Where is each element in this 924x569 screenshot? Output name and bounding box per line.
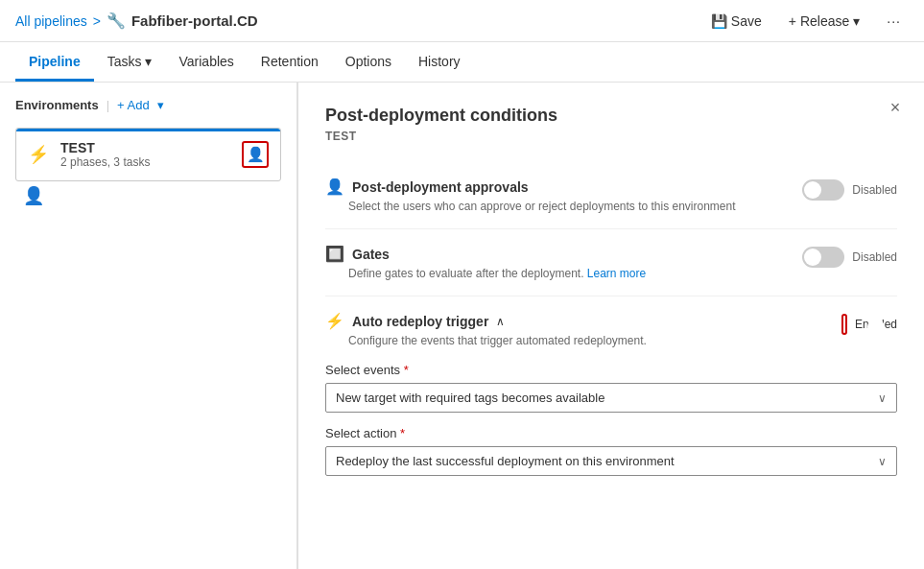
post-deployment-conditions-button[interactable]: 👤: [242, 141, 269, 168]
right-panel: × Post-deployment conditions TEST 👤 Post…: [297, 83, 924, 569]
events-required-asterisk: *: [404, 363, 409, 377]
redeploy-top-row: ⚡ Auto redeploy trigger ∧ Configure the …: [325, 312, 897, 347]
gates-header: 🔲 Gates: [325, 245, 802, 263]
tab-retention[interactable]: Retention: [248, 44, 332, 82]
select-action-dropdown[interactable]: Redeploy the last successful deployment …: [325, 446, 897, 476]
env-info: TEST 2 phases, 3 tasks: [60, 140, 230, 169]
nav-tabs: Pipeline Tasks ▾ Variables Retention Opt…: [0, 42, 924, 83]
tab-variables[interactable]: Variables: [165, 44, 247, 82]
gates-toggle-label: Disabled: [852, 250, 897, 264]
select-events-label: Select events *: [325, 363, 897, 377]
approvals-right: Disabled: [802, 178, 897, 201]
environments-separator: |: [107, 98, 109, 112]
save-label: Save: [731, 13, 762, 29]
env-person-row: 👤: [15, 185, 281, 206]
tab-pipeline[interactable]: Pipeline: [15, 44, 94, 82]
all-pipelines-link[interactable]: All pipelines: [15, 13, 87, 29]
select-action-value: Redeploy the last successful deployment …: [336, 454, 675, 468]
redeploy-header: ⚡ Auto redeploy trigger ∧: [325, 312, 841, 330]
redeploy-desc: Configure the events that trigger automa…: [325, 334, 841, 347]
env-name: TEST: [60, 140, 230, 155]
redeploy-chevron-icon: ∧: [496, 315, 505, 328]
person-icon: 👤: [247, 146, 265, 163]
save-button[interactable]: 💾 Save: [703, 10, 770, 33]
tab-options[interactable]: Options: [332, 44, 405, 82]
action-required-asterisk: *: [400, 426, 405, 440]
action-chevron-icon: ∨: [878, 455, 887, 468]
approvals-header: 👤 Post-deployment approvals: [325, 178, 802, 196]
env-card-test: ⚡ TEST 2 phases, 3 tasks 👤: [15, 128, 281, 181]
tab-history-label: History: [418, 54, 461, 69]
approvals-slider: [802, 179, 844, 201]
release-button[interactable]: + Release ▾: [781, 10, 868, 33]
tasks-chevron-icon: ▾: [145, 54, 152, 69]
select-events-value: New target with required tags becomes av…: [336, 391, 604, 405]
approvals-title: Post-deployment approvals: [352, 179, 529, 195]
section-approvals: 👤 Post-deployment approvals Select the u…: [325, 162, 897, 229]
person-left-icon: ⚡: [28, 144, 49, 165]
gates-icon: 🔲: [325, 245, 344, 263]
panel-subtitle: TEST: [325, 130, 897, 143]
panel-title: Post-deployment conditions: [325, 106, 897, 126]
add-environment-button[interactable]: + Add: [117, 98, 150, 112]
toolbar: 💾 Save + Release ▾ ···: [703, 10, 909, 33]
section-gates: 🔲 Gates Define gates to evaluate after t…: [325, 229, 897, 296]
tab-retention-label: Retention: [261, 54, 319, 69]
gates-desc: Define gates to evaluate after the deplo…: [325, 267, 802, 280]
redeploy-title: Auto redeploy trigger: [352, 314, 488, 329]
person-below-icon: 👤: [23, 185, 44, 206]
plus-icon: +: [789, 13, 796, 29]
select-action-section: Select action * Redeploy the last succes…: [325, 426, 897, 476]
tab-tasks[interactable]: Tasks ▾: [94, 44, 166, 82]
approvals-desc: Select the users who can approve or reje…: [325, 200, 802, 213]
main-area: Environments | + Add ▾ ⚡ TEST 2 phases, …: [0, 83, 924, 569]
close-button[interactable]: ×: [882, 94, 909, 121]
select-events-section: Select events * New target with required…: [325, 363, 897, 413]
select-action-label: Select action *: [325, 426, 897, 440]
tab-pipeline-label: Pipeline: [29, 54, 81, 69]
environments-label: Environments: [15, 98, 99, 112]
gates-toggle[interactable]: [802, 247, 844, 268]
gates-slider: [802, 247, 844, 268]
more-options-button[interactable]: ···: [879, 10, 909, 33]
events-chevron-icon: ∨: [878, 391, 887, 405]
redeploy-right: Enabled: [841, 312, 897, 335]
redeploy-icon: ⚡: [325, 312, 344, 330]
save-icon: 💾: [711, 13, 727, 29]
tab-variables-label: Variables: [178, 54, 233, 69]
gates-right: Disabled: [802, 245, 897, 268]
tab-history[interactable]: History: [405, 44, 474, 82]
release-label: Release: [800, 13, 849, 29]
approvals-left: 👤 Post-deployment approvals Select the u…: [325, 178, 802, 213]
env-meta: 2 phases, 3 tasks: [60, 155, 230, 169]
add-chevron-icon: ▾: [157, 98, 164, 112]
breadcrumb: All pipelines > 🔧 Fabfiber-portal.CD: [15, 12, 258, 30]
redeploy-left: ⚡ Auto redeploy trigger ∧ Configure the …: [325, 312, 841, 347]
approvals-icon: 👤: [325, 178, 344, 196]
pipeline-name: Fabfiber-portal.CD: [131, 12, 258, 29]
gates-learn-more-link[interactable]: Learn more: [587, 267, 646, 280]
chevron-down-icon: ▾: [853, 13, 860, 29]
approvals-toggle[interactable]: [802, 179, 844, 201]
approvals-toggle-label: Disabled: [852, 183, 897, 197]
left-panel: Environments | + Add ▾ ⚡ TEST 2 phases, …: [0, 83, 297, 569]
gates-title: Gates: [352, 247, 390, 262]
redeploy-toggle-highlight: [841, 314, 847, 335]
section-redeploy: ⚡ Auto redeploy trigger ∧ Configure the …: [325, 296, 897, 491]
breadcrumb-separator: >: [93, 13, 101, 29]
tab-tasks-label: Tasks: [107, 54, 142, 69]
pipeline-icon: 🔧: [107, 12, 126, 30]
select-events-dropdown[interactable]: New target with required tags becomes av…: [325, 383, 897, 413]
top-bar: All pipelines > 🔧 Fabfiber-portal.CD 💾 S…: [0, 0, 924, 42]
env-card-top-bar: [16, 129, 280, 131]
gates-left: 🔲 Gates Define gates to evaluate after t…: [325, 245, 802, 280]
environments-header: Environments | + Add ▾: [15, 98, 281, 112]
tab-options-label: Options: [345, 54, 391, 69]
